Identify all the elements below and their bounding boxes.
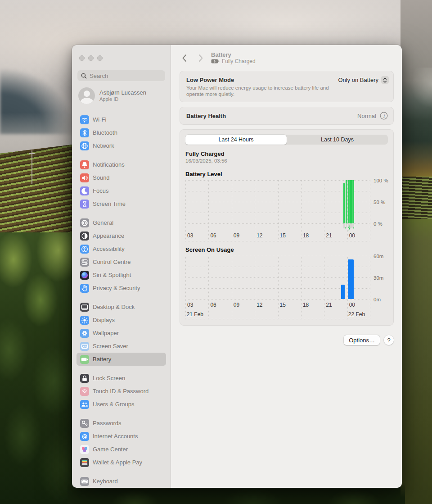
wi-fi-icon [80, 115, 89, 124]
sidebar-item-label: Screen Saver [93, 343, 128, 350]
sidebar-item-notifications[interactable]: Notifications [76, 158, 166, 171]
screen-on-usage-chart-title: Screen On Usage [185, 246, 388, 254]
tab-last-10-days[interactable]: Last 10 Days [287, 135, 388, 145]
grid-line-horizontal [185, 223, 370, 224]
grid-line-vertical [208, 256, 209, 319]
help-button[interactable]: ? [384, 335, 394, 345]
options-button[interactable]: Options… [344, 335, 380, 345]
usage-status-title: Fully Charged [185, 150, 388, 158]
notifications-icon [80, 160, 89, 169]
general-icon [80, 218, 89, 227]
svg-text:i: i [383, 113, 385, 118]
sidebar-item-lock-screen[interactable]: Lock Screen [76, 372, 166, 385]
sidebar-item-label: Passwords [93, 420, 122, 427]
sidebar-item-game-center[interactable]: Game Center [76, 443, 166, 456]
sidebar-item-label: Sound [93, 174, 110, 181]
grid-line-vertical [301, 256, 302, 319]
control-centre-icon [80, 258, 89, 267]
apple-id-profile[interactable]: Asbjørn Lucassen Apple ID [76, 87, 166, 104]
sidebar-item-screen-time[interactable]: Screen Time [76, 197, 166, 210]
y-tick-label: 0m [374, 296, 381, 303]
low-power-mode-card: Low Power Mode Your Mac will reduce ener… [180, 71, 394, 102]
sound-icon [80, 173, 89, 182]
profile-subtitle: Apple ID [99, 96, 146, 102]
x-tick-label: 15 [280, 232, 286, 239]
svg-text:@: @ [82, 433, 88, 440]
sidebar-item-touch-id-and-password[interactable]: Touch ID & Password [76, 385, 166, 398]
battery-health-card: Battery Health Normal i [180, 107, 394, 125]
sidebar-item-label: Network [93, 142, 114, 149]
wallpaper-mist [400, 68, 432, 122]
sidebar-group: Keyboard [76, 475, 166, 488]
zoom-window-button[interactable] [97, 55, 103, 61]
battery-icon [80, 355, 89, 364]
battery-status-text: Fully Charged [222, 58, 256, 64]
sidebar-item-privacy-and-security[interactable]: Privacy & Security [76, 282, 166, 295]
touch-id-and-password-icon [80, 387, 89, 396]
sidebar-item-label: Privacy & Security [93, 285, 140, 291]
sidebar-item-wallpaper[interactable]: Wallpaper [76, 327, 166, 340]
sidebar-item-appearance[interactable]: Appearance [76, 229, 166, 242]
chart-bar [343, 183, 345, 223]
sidebar-item-displays[interactable]: Displays [76, 313, 166, 327]
sidebar-item-label: Internet Accounts [93, 433, 138, 440]
battery-level-y-axis: 100 %50 %0 % [370, 180, 389, 241]
grid-line-vertical [208, 180, 209, 241]
sidebar-item-battery[interactable]: Battery [76, 353, 166, 366]
sidebar-item-general[interactable]: General [76, 216, 166, 229]
sidebar-item-passwords[interactable]: Passwords [76, 417, 166, 430]
date-label: 21 Feb [187, 311, 203, 318]
grid-line-horizontal [185, 256, 370, 256]
grid-line-horizontal [185, 267, 370, 267]
grid-line-vertical [301, 180, 302, 241]
back-button[interactable] [181, 54, 187, 62]
sidebar-item-keyboard[interactable]: Keyboard [76, 475, 166, 488]
y-tick-label: 30m [374, 275, 383, 281]
siri-and-spotlight-icon [80, 271, 89, 280]
sidebar-item-label: Desktop & Dock [93, 304, 135, 310]
sidebar-item-screen-saver[interactable]: Screen Saver [76, 340, 166, 353]
footer-actions: Options… ? [171, 335, 394, 345]
info-icon[interactable]: i [380, 112, 388, 120]
battery-level-chart-title: Battery Level [185, 170, 388, 178]
sidebar-item-sound[interactable]: Sound [76, 171, 166, 184]
grid-line-vertical [232, 256, 232, 319]
low-power-mode-dropdown[interactable] [381, 76, 389, 84]
avatar [78, 87, 95, 104]
sidebar-item-network[interactable]: Network [76, 139, 166, 152]
sidebar-item-label: Lock Screen [93, 375, 125, 381]
forward-button[interactable] [198, 54, 204, 62]
sidebar-item-label: Focus [93, 187, 108, 194]
sidebar-item-focus[interactable]: Focus [76, 184, 166, 197]
sidebar-item-internet-accounts[interactable]: @Internet Accounts [76, 430, 166, 443]
sidebar-group: NotificationsSoundFocusScreen Time [76, 158, 166, 210]
sidebar-item-accessibility[interactable]: Accessibility [76, 242, 166, 255]
x-tick-label: 06 [210, 302, 216, 308]
sidebar-item-wallet-and-apple-pay[interactable]: Wallet & Apple Pay [76, 456, 166, 469]
sidebar-item-wi-fi[interactable]: Wi-Fi [76, 113, 166, 126]
accessibility-icon [80, 245, 89, 254]
grid-line-vertical [185, 256, 186, 319]
x-tick-label: 03 [187, 232, 193, 239]
sidebar-item-desktop-and-dock[interactable]: Desktop & Dock [76, 300, 166, 313]
x-tick-label: 15 [280, 302, 286, 308]
search-input[interactable]: Search [77, 70, 165, 81]
x-tick-label: 18 [303, 232, 309, 239]
sidebar-item-users-and-groups[interactable]: Users & Groups [76, 398, 166, 411]
date-label: 22 Feb [348, 311, 365, 318]
sidebar-item-control-centre[interactable]: Control Centre [76, 255, 166, 268]
sidebar-item-label: Control Centre [93, 259, 131, 265]
close-window-button[interactable] [79, 55, 85, 61]
sidebar-item-label: Keyboard [93, 478, 118, 485]
chart-bar [341, 285, 345, 299]
privacy-and-security-icon [80, 284, 89, 293]
sidebar-item-bluetooth[interactable]: Bluetooth [76, 126, 166, 139]
wallpaper-forest [0, 232, 83, 504]
sidebar-item-label: Bluetooth [93, 129, 117, 136]
sidebar-item-siri-and-spotlight[interactable]: Siri & Spotlight [76, 268, 166, 282]
tab-last-24-hours[interactable]: Last 24 Hours [185, 135, 287, 145]
system-settings-window: Search Asbjørn Lucassen Apple ID Wi-FiBl… [72, 45, 402, 488]
chart-bar [346, 180, 347, 223]
minimize-window-button[interactable] [88, 55, 94, 61]
grid-line-vertical [278, 180, 279, 241]
